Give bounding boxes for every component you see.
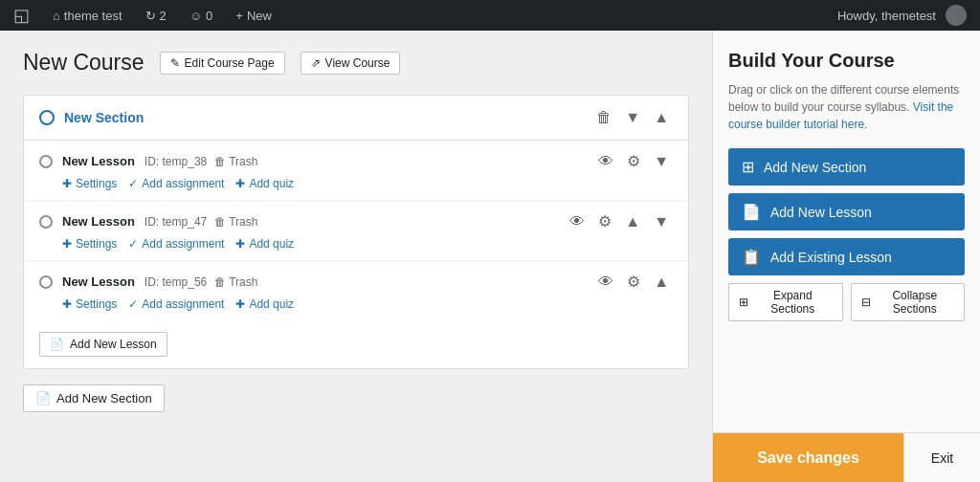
section-controls: 🗑 ▼ ▲ [592, 107, 673, 128]
lesson-preview-button[interactable]: 👁 [566, 211, 589, 232]
lesson-actions: 👁 ⚙ ▼ [594, 150, 673, 172]
course-section: New Section 🗑 ▼ ▲ New Lesso [23, 95, 689, 369]
wp-icon: ◱ [13, 5, 30, 26]
chevron-up-icon: ▲ [654, 109, 669, 126]
page-layout: New Course ✎ Edit Course Page ⇗ View Cou… [0, 31, 980, 482]
expand-sections-button[interactable]: ⊞ Expand Sections [728, 283, 843, 321]
lesson-add-quiz-link[interactable]: ✚ Add quiz [235, 177, 294, 190]
collapse-sections-button[interactable]: ⊟ Collapse Sections [851, 283, 966, 321]
plus-icon: + [235, 9, 243, 23]
admin-bar-howdy[interactable]: Howdy, themetest [832, 0, 972, 31]
eye-icon: 👁 [569, 213, 585, 230]
sidebar-body: Build Your Course Drag or click on the d… [713, 31, 980, 432]
lesson-main-row: New Lesson ID: temp_38 🗑 Trash 👁 [39, 150, 673, 172]
check-icon: ✓ [128, 237, 138, 251]
sidebar-add-section-button[interactable]: ⊞ Add New Section [728, 148, 965, 186]
edit-course-page-button[interactable]: ✎ Edit Course Page [160, 52, 285, 75]
gear-icon: ⚙ [627, 273, 640, 291]
lesson-circle-indicator [39, 155, 53, 168]
lesson-settings-icon-button[interactable]: ⚙ [623, 150, 644, 172]
settings-icon: ✚ [62, 177, 72, 190]
admin-bar-comments[interactable]: ☺ 0 [184, 0, 219, 31]
lesson-preview-button[interactable]: 👁 [594, 272, 617, 293]
sidebar-add-existing-lesson-button[interactable]: 📋 Add Existing Lesson [728, 238, 965, 275]
admin-bar-new[interactable]: + New [230, 0, 278, 31]
wp-logo[interactable]: ◱ [8, 0, 35, 31]
lesson-row: New Lesson ID: temp_56 🗑 Trash 👁 [24, 261, 688, 320]
trash-icon: 🗑 [214, 215, 226, 229]
avatar [946, 5, 967, 26]
sidebar-add-lesson-button[interactable]: 📄 Add New Lesson [728, 193, 965, 230]
lesson-meta: ID: temp_38 🗑 Trash [145, 155, 258, 168]
add-new-lesson-section-button[interactable]: 📄 Add New Lesson [39, 332, 167, 357]
home-icon: ⌂ [53, 9, 60, 23]
lesson-sub-actions: ✚ Settings ✓ Add assignment ✚ Add quiz [39, 177, 673, 190]
trash-icon: 🗑 [214, 275, 226, 289]
lesson-add-assignment-link[interactable]: ✓ Add assignment [128, 177, 224, 190]
sidebar-expand-row: ⊞ Expand Sections ⊟ Collapse Sections [728, 283, 965, 321]
trash-icon: 🗑 [596, 109, 612, 126]
lesson-trash-button[interactable]: 🗑 Trash [214, 215, 257, 229]
view-course-button[interactable]: ⇗ View Course [301, 52, 401, 75]
settings-icon: ✚ [62, 297, 72, 311]
expand-icon: ⊞ [739, 296, 748, 309]
lesson-title: New Lesson [62, 274, 135, 289]
lesson-meta: ID: temp_56 🗑 Trash [145, 275, 258, 289]
eye-icon: 👁 [598, 153, 613, 170]
doc-icon: 📄 [50, 338, 64, 351]
lesson-settings-icon-button[interactable]: ⚙ [623, 271, 644, 293]
lesson-add-quiz-link[interactable]: ✚ Add quiz [235, 237, 294, 251]
chevron-up-icon: ▲ [625, 213, 640, 230]
plus-circle-icon: ✚ [235, 297, 245, 311]
lesson-settings-link[interactable]: ✚ Settings [62, 177, 117, 190]
lesson-settings-link[interactable]: ✚ Settings [62, 237, 117, 251]
admin-bar-site-name[interactable]: ⌂ theme test [47, 0, 128, 31]
eye-icon: 👁 [598, 274, 613, 291]
plus-circle-icon: ✚ [235, 177, 245, 190]
gear-icon: ⚙ [627, 152, 640, 170]
lesson-add-assignment-link[interactable]: ✓ Add assignment [128, 297, 224, 311]
lesson-title: New Lesson [62, 154, 135, 168]
section-move-up-button[interactable]: ▲ [650, 107, 673, 128]
lesson-title: New Lesson [62, 214, 135, 229]
add-new-section-button[interactable]: 📄 Add New Section [23, 384, 165, 412]
collapse-icon: ⊟ [861, 296, 871, 309]
lesson-main-row: New Lesson ID: temp_47 🗑 Trash 👁 [39, 210, 673, 232]
page-header: New Course ✎ Edit Course Page ⇗ View Cou… [23, 50, 689, 76]
chevron-up-icon: ▲ [654, 274, 669, 291]
lesson-row: New Lesson ID: temp_47 🗑 Trash 👁 [24, 201, 688, 261]
lesson-actions: 👁 ⚙ ▲ ▼ [566, 210, 673, 232]
doc-icon: 📄 [742, 203, 761, 221]
comments-icon: ☺ [189, 9, 202, 23]
lesson-trash-button[interactable]: 🗑 Trash [214, 155, 257, 168]
lesson-move-up-button[interactable]: ▲ [650, 272, 673, 293]
trash-icon: 🗑 [214, 155, 226, 168]
admin-bar-updates[interactable]: ↻ 2 [140, 0, 172, 31]
lesson-expand-button[interactable]: ▼ [650, 211, 673, 232]
check-icon: ✓ [128, 177, 138, 190]
lesson-sub-actions: ✚ Settings ✓ Add assignment ✚ Add quiz [39, 297, 673, 311]
section-circle-indicator [39, 110, 55, 125]
lesson-circle-indicator [39, 215, 53, 229]
section-delete-button[interactable]: 🗑 [592, 107, 615, 128]
plus-circle-icon: ✚ [235, 237, 245, 251]
lesson-trash-button[interactable]: 🗑 Trash [214, 275, 257, 289]
lesson-row: New Lesson ID: temp_38 🗑 Trash 👁 [24, 141, 688, 201]
lesson-add-assignment-link[interactable]: ✓ Add assignment [128, 237, 224, 251]
save-changes-button[interactable]: Save changes [713, 433, 903, 482]
lesson-settings-icon-button[interactable]: ⚙ [594, 210, 615, 232]
lesson-preview-button[interactable]: 👁 [594, 151, 617, 172]
lesson-expand-button[interactable]: ▼ [650, 151, 673, 172]
section-collapse-button[interactable]: ▼ [621, 107, 644, 128]
lesson-settings-link[interactable]: ✚ Settings [62, 297, 117, 311]
section-header: New Section 🗑 ▼ ▲ [24, 96, 688, 141]
main-content: New Course ✎ Edit Course Page ⇗ View Cou… [0, 31, 712, 482]
sidebar-footer: Save changes Exit [713, 432, 980, 482]
admin-bar: ◱ ⌂ theme test ↻ 2 ☺ 0 + New Howdy, them… [0, 0, 980, 31]
doc2-icon: 📋 [742, 248, 761, 266]
sidebar-title: Build Your Course [728, 50, 965, 72]
lesson-add-quiz-link[interactable]: ✚ Add quiz [235, 297, 294, 311]
lesson-collapse-button[interactable]: ▲ [621, 211, 644, 232]
exit-button[interactable]: Exit [903, 433, 980, 482]
lesson-sub-actions: ✚ Settings ✓ Add assignment ✚ Add quiz [39, 237, 673, 251]
